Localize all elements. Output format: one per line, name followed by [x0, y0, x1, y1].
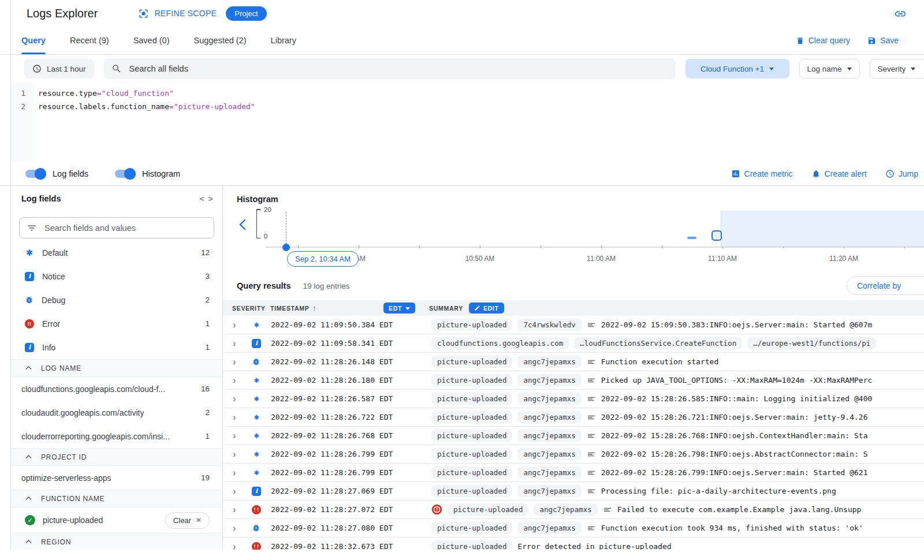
log-label-chip[interactable]: picture-uploaded: [431, 522, 512, 534]
log-field-severity-notice[interactable]: iNotice3: [0, 264, 222, 288]
log-field-item[interactable]: optimize-serverless-apps19: [0, 466, 222, 490]
sort-ascending-icon[interactable]: ↑: [312, 304, 316, 312]
editor-code[interactable]: resource.type="cloud_function"resource.l…: [33, 83, 255, 162]
log-label-chip[interactable]: cloudfunctions.googleapis.com: [431, 337, 569, 349]
section-header-log-name[interactable]: LOG NAME: [11, 359, 222, 377]
tab-query[interactable]: Query: [21, 27, 46, 54]
query-editor[interactable]: 12 resource.type="cloud_function"resourc…: [0, 83, 924, 162]
column-timestamp[interactable]: TIMESTAMP ↑: [270, 304, 383, 312]
save-button[interactable]: Save: [867, 36, 899, 45]
log-entry-row[interactable]: ›✱2022-09-02 11:28:26.180 EDTpicture-upl…: [223, 371, 924, 390]
log-label-chip[interactable]: angc7jepamxs: [517, 522, 581, 534]
log-label-chip[interactable]: angc7jepamxs: [517, 356, 581, 368]
log-label-chip[interactable]: picture-uploaded: [431, 319, 512, 331]
expand-row-chevron[interactable]: ›: [233, 468, 243, 477]
expand-row-chevron[interactable]: ›: [233, 487, 243, 496]
log-field-item[interactable]: cloudfunctions.googleapis.com/cloud-f...…: [0, 377, 222, 401]
scope-project-badge[interactable]: Project: [226, 6, 266, 21]
column-severity[interactable]: SEVERITY: [232, 305, 270, 312]
log-entry-row[interactable]: ›!!2022-09-02 11:28:27.072 EDTpicture-up…: [223, 501, 924, 519]
log-field-severity-debug[interactable]: Debug2: [0, 288, 222, 312]
log-label-chip[interactable]: picture-uploaded: [431, 448, 512, 460]
log-label-chip[interactable]: picture-uploaded: [431, 466, 512, 479]
timezone-selector[interactable]: EDT: [383, 303, 415, 313]
log-label-chip[interactable]: picture-uploaded: [431, 411, 512, 423]
section-header-project-id[interactable]: PROJECT ID: [11, 448, 222, 466]
log-label-chip[interactable]: angc7jepamxs: [517, 430, 581, 442]
query-line[interactable]: resource.type="cloud_function": [38, 87, 255, 100]
log-field-severity-default[interactable]: ✱Default12: [0, 241, 222, 264]
correlate-by-button[interactable]: Correlate by: [847, 276, 924, 295]
log-field-item[interactable]: clouderrorreporting.googleapis.com/insi.…: [0, 424, 222, 448]
log-label-chip[interactable]: picture-uploaded: [431, 430, 512, 442]
log-label-chip[interactable]: angc7jepamxs: [517, 448, 581, 460]
log-entry-row[interactable]: ›2022-09-02 11:28:27.080 EDTpicture-uplo…: [223, 519, 924, 537]
log-field-item[interactable]: cloudaudit.googleapis.com/activity2: [0, 401, 222, 424]
log-label-chip[interactable]: angc7jepamxs: [534, 503, 597, 516]
section-header-region[interactable]: REGION: [11, 533, 222, 551]
log-entry-row[interactable]: ›✱2022-09-02 11:28:26.722 EDTpicture-upl…: [223, 408, 924, 427]
tab-saved-0[interactable]: Saved (0): [133, 27, 170, 54]
pan-left-icon[interactable]: [239, 219, 246, 232]
log-label-chip[interactable]: picture-uploaded: [448, 503, 528, 516]
tab-suggested-2[interactable]: Suggested (2): [194, 27, 247, 54]
log-label-chip[interactable]: angc7jepamxs: [517, 485, 581, 497]
expand-row-chevron[interactable]: ›: [233, 357, 243, 367]
log-entry-row[interactable]: ›✱2022-09-02 11:28:26.799 EDTpicture-upl…: [223, 464, 924, 482]
log-entry-row[interactable]: ›i2022-09-02 11:28:27.069 EDTpicture-upl…: [223, 482, 924, 501]
log-label-chip[interactable]: picture-uploaded: [431, 393, 512, 405]
log-label-chip[interactable]: …/europe-west1/functions/pi: [747, 337, 876, 349]
log-field-severity-info[interactable]: iInfo1: [0, 335, 222, 359]
collapse-panel-icon[interactable]: <>: [199, 194, 213, 203]
log-entry-row[interactable]: ›✱2022-09-02 11:09:50.384 EDTpicture-upl…: [223, 316, 924, 334]
time-marker-pill[interactable]: Sep 2, 10:34 AM: [287, 251, 359, 267]
edit-summary-button[interactable]: EDIT: [469, 303, 504, 313]
create-metric-button[interactable]: Create metric: [731, 169, 793, 178]
log-field-item[interactable]: ✓picture-uploadedClear✕: [0, 507, 222, 533]
log-label-chip[interactable]: angc7jepamxs: [517, 374, 581, 386]
expand-row-chevron[interactable]: ›: [233, 394, 243, 404]
jump-to-now-button[interactable]: Jump: [885, 169, 918, 178]
column-summary[interactable]: SUMMARY: [429, 305, 463, 312]
expand-row-chevron[interactable]: ›: [233, 505, 243, 514]
share-link-icon[interactable]: [894, 8, 907, 22]
log-fields-toggle[interactable]: [25, 170, 44, 178]
refine-scope-button[interactable]: REFINE SCOPE: [138, 8, 217, 19]
log-label-chip[interactable]: angc7jepamxs: [517, 393, 581, 405]
log-label-chip[interactable]: picture-uploaded: [431, 356, 512, 368]
search-all-fields[interactable]: [104, 58, 676, 79]
log-entry-row[interactable]: ›✱2022-09-02 11:28:26.587 EDTpicture-upl…: [223, 390, 924, 408]
log-name-filter[interactable]: Log name: [799, 59, 860, 79]
expand-row-chevron[interactable]: ›: [233, 524, 243, 533]
log-label-chip[interactable]: 7c4rwskwledv: [517, 319, 581, 331]
log-label-chip[interactable]: picture-uploaded: [431, 485, 512, 497]
expand-row-chevron[interactable]: ›: [233, 431, 243, 440]
expand-row-chevron[interactable]: ›: [233, 413, 243, 422]
log-label-chip[interactable]: angc7jepamxs: [517, 411, 581, 423]
histogram-toggle[interactable]: [115, 170, 134, 178]
log-entry-row[interactable]: ›i2022-09-02 11:09:58.341 EDTcloudfuncti…: [223, 334, 924, 353]
section-header-function-name[interactable]: FUNCTION NAME: [11, 490, 222, 507]
log-label-chip[interactable]: angc7jepamxs: [517, 466, 581, 479]
fields-search-box[interactable]: [19, 217, 214, 238]
query-line[interactable]: resource.labels.function_name="picture-u…: [38, 100, 255, 113]
fields-search-input[interactable]: [43, 223, 207, 233]
log-entry-row[interactable]: ›2022-09-02 11:28:26.148 EDTpicture-uplo…: [223, 353, 924, 371]
log-field-severity-error[interactable]: !!Error1: [0, 312, 222, 335]
expand-row-chevron[interactable]: ›: [233, 320, 243, 330]
create-alert-button[interactable]: Create alert: [811, 169, 867, 178]
tab-library[interactable]: Library: [271, 27, 296, 54]
resource-type-filter[interactable]: Cloud Function +1: [685, 59, 789, 79]
clear-query-button[interactable]: Clear query: [796, 36, 850, 45]
log-label-chip[interactable]: picture-uploaded: [431, 374, 512, 386]
log-entry-row[interactable]: ›✱2022-09-02 11:28:26.799 EDTpicture-upl…: [223, 445, 924, 464]
expand-row-chevron[interactable]: ›: [233, 450, 243, 459]
brush-handle[interactable]: [711, 230, 722, 241]
log-entry-row[interactable]: ›✱2022-09-02 11:28:26.768 EDTpicture-upl…: [223, 427, 924, 445]
expand-row-chevron[interactable]: ›: [233, 376, 243, 385]
tab-recent-9[interactable]: Recent (9): [70, 27, 109, 54]
expand-row-chevron[interactable]: ›: [233, 339, 243, 348]
search-input[interactable]: [128, 64, 668, 74]
clear-filter-button[interactable]: Clear✕: [165, 512, 210, 529]
severity-filter[interactable]: Severity: [870, 59, 924, 79]
